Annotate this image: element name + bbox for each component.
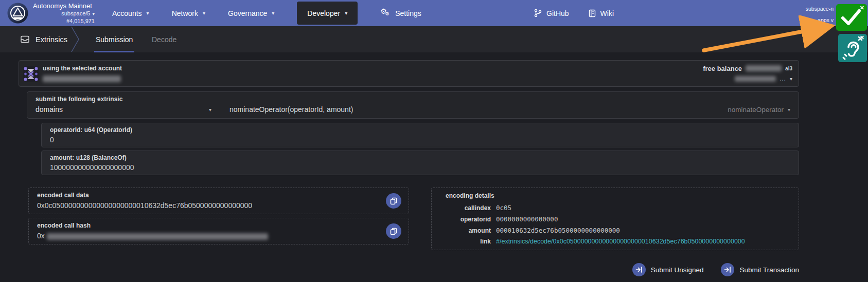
copy-icon	[390, 228, 397, 235]
menu-accounts[interactable]: Accounts▾	[112, 9, 149, 17]
encoded-call-data-label: encoded call data	[37, 192, 89, 199]
chevron-down-icon: ▾	[345, 10, 347, 16]
gear-icon: ⚙⚙	[380, 8, 391, 18]
encoding-row-amount: amount 000010632d5ec76b0500000000000000	[432, 227, 620, 234]
balance-block: free balance ai3 ... ▾	[703, 63, 792, 84]
wiki-link[interactable]: Wiki	[589, 9, 614, 17]
account-selector[interactable]: using the selected account free balance …	[19, 60, 799, 87]
encoding-row-link: link #/extrinsics/decode/0x0c05000000000…	[432, 238, 745, 245]
chain-selector[interactable]: subspace/5▾	[33, 10, 95, 17]
book-icon	[589, 9, 596, 17]
encoded-call-data-row: encoded call data 0x0c050000000000000000…	[28, 187, 409, 214]
close-icon[interactable]: ✕	[860, 34, 864, 41]
method-dropdown[interactable]: nominateOperator ▾	[728, 106, 790, 114]
chevron-down-icon: ▾	[272, 10, 274, 16]
node-version-info: subspace-n apps v	[806, 3, 834, 26]
balance-ellipsis: ...	[780, 75, 786, 82]
encoded-call-hash-row: encoded call hash 0x	[28, 218, 409, 245]
section-label: Extrinsics	[36, 35, 67, 44]
git-branch-icon	[534, 9, 542, 17]
pallet-dropdown[interactable]: domains	[36, 105, 63, 114]
copy-icon	[390, 197, 397, 205]
call-hash-redacted	[47, 233, 268, 240]
param-operator-id-input[interactable]: operatorId: u64 (OperatorId) 0	[41, 123, 799, 147]
free-balance-label: free balance	[703, 65, 742, 72]
section-extrinsics: Extrinsics	[21, 26, 67, 52]
encoded-call-data-value: 0x0c050000000000000000000010632d5ec76b05…	[37, 201, 252, 210]
tab-submission[interactable]: Submission	[94, 26, 134, 52]
copy-call-data-button[interactable]	[386, 193, 401, 209]
top-nav: Autonomys Mainnet subspace/5▾ #4,015,971…	[0, 0, 868, 26]
autonomys-logo-icon	[7, 3, 28, 24]
param-operator-value[interactable]: 0	[50, 136, 54, 144]
account-identicon	[23, 66, 39, 82]
encoded-call-hash-value: 0x	[37, 232, 268, 240]
param-operator-label: operatorId: u64 (OperatorId)	[50, 126, 132, 134]
chevron-down-icon: ▾	[203, 10, 205, 16]
account-field-label: using the selected account	[43, 65, 122, 72]
chevron-down-icon: ▾	[147, 10, 149, 16]
block-number: #4,015,971	[33, 17, 95, 25]
account-name-redacted	[43, 76, 121, 82]
chevron-down-icon: ▾	[788, 107, 790, 112]
github-link[interactable]: GitHub	[534, 9, 569, 17]
encoded-call-hash-label: encoded call hash	[37, 222, 91, 229]
balance-unit: ai3	[785, 66, 792, 71]
success-toast-button[interactable]: ✕	[836, 4, 867, 31]
accessibility-toast-button[interactable]: ✕	[838, 34, 867, 62]
breadcrumb-chevron-icon	[71, 26, 80, 52]
balance-detail-redacted	[735, 76, 776, 82]
tab-decode[interactable]: Decode	[150, 26, 178, 52]
param-amount-value[interactable]: 100000000000000000000	[50, 163, 134, 172]
chevron-down-icon: ▾	[92, 11, 95, 16]
extrinsic-field-label: submit the following extrinsic	[36, 96, 122, 103]
balance-value-redacted	[746, 65, 782, 71]
external-links: GitHub Wiki	[534, 0, 614, 26]
sign-in-icon	[721, 263, 734, 276]
node-name: subspace-n	[806, 3, 834, 14]
method-signature: nominateOperator(operatorId, amount)	[229, 105, 353, 114]
menu-governance[interactable]: Governance▾	[228, 9, 274, 17]
submit-unsigned-button[interactable]: Submit Unsigned	[632, 263, 704, 276]
extrinsics-icon	[21, 35, 29, 43]
menu-developer[interactable]: Developer▾	[297, 2, 358, 25]
apps-version: apps v	[806, 14, 834, 26]
active-tab-underline	[94, 51, 134, 52]
chevron-down-icon[interactable]: ▾	[209, 107, 211, 112]
main-menu: Accounts▾ Network▾ Governance▾ Developer…	[112, 0, 421, 26]
brand: Autonomys Mainnet subspace/5▾ #4,015,971	[33, 2, 95, 25]
app-root: Autonomys Mainnet subspace/5▾ #4,015,971…	[0, 0, 868, 282]
encoding-details-title: encoding details	[446, 192, 494, 199]
menu-settings[interactable]: ⚙⚙ Settings	[380, 8, 421, 18]
network-title: Autonomys Mainnet	[33, 2, 95, 10]
sign-in-icon	[632, 263, 646, 276]
param-amount-input[interactable]: amount: u128 (BalanceOf) 100000000000000…	[41, 151, 799, 175]
close-icon[interactable]: ✕	[860, 5, 864, 11]
copy-call-hash-button[interactable]	[386, 223, 401, 239]
param-amount-label: amount: u128 (BalanceOf)	[50, 154, 127, 161]
extrinsic-section: submit the following extrinsic domains ▾…	[27, 91, 799, 119]
submit-transaction-button[interactable]: Submit Transaction	[721, 263, 799, 276]
menu-network[interactable]: Network▾	[172, 9, 205, 17]
encoding-details-panel: encoding details callindex 0c05 operator…	[431, 187, 799, 250]
encoding-row-operatorid: operatorid 0000000000000000	[432, 215, 558, 223]
encoding-row-callindex: callindex 0c05	[432, 204, 511, 212]
chevron-down-icon[interactable]: ▾	[790, 76, 792, 82]
submit-actions: Submit Unsigned Submit Transaction	[632, 263, 799, 276]
decode-link[interactable]: #/extrinsics/decode/0x0c0500000000000000…	[496, 238, 745, 245]
tab-bar: Extrinsics Submission Decode	[0, 26, 868, 52]
